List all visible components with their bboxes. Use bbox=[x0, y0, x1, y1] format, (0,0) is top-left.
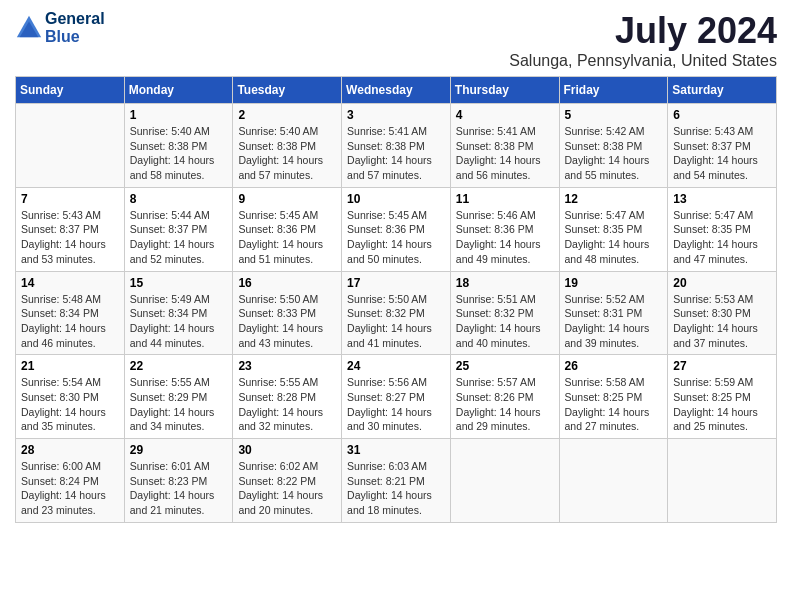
day-number: 30 bbox=[238, 443, 336, 457]
calendar-cell: 9Sunrise: 5:45 AMSunset: 8:36 PMDaylight… bbox=[233, 187, 342, 271]
day-number: 31 bbox=[347, 443, 445, 457]
day-info: Sunrise: 5:57 AMSunset: 8:26 PMDaylight:… bbox=[456, 375, 554, 434]
day-number: 19 bbox=[565, 276, 663, 290]
day-number: 8 bbox=[130, 192, 228, 206]
calendar-cell: 27Sunrise: 5:59 AMSunset: 8:25 PMDayligh… bbox=[668, 355, 777, 439]
day-number: 14 bbox=[21, 276, 119, 290]
calendar-cell: 10Sunrise: 5:45 AMSunset: 8:36 PMDayligh… bbox=[342, 187, 451, 271]
day-number: 13 bbox=[673, 192, 771, 206]
day-info: Sunrise: 5:43 AMSunset: 8:37 PMDaylight:… bbox=[21, 208, 119, 267]
day-info: Sunrise: 5:54 AMSunset: 8:30 PMDaylight:… bbox=[21, 375, 119, 434]
day-number: 27 bbox=[673, 359, 771, 373]
week-row-3: 14Sunrise: 5:48 AMSunset: 8:34 PMDayligh… bbox=[16, 271, 777, 355]
day-number: 15 bbox=[130, 276, 228, 290]
day-info: Sunrise: 5:40 AMSunset: 8:38 PMDaylight:… bbox=[238, 124, 336, 183]
calendar-cell: 5Sunrise: 5:42 AMSunset: 8:38 PMDaylight… bbox=[559, 104, 668, 188]
day-info: Sunrise: 6:01 AMSunset: 8:23 PMDaylight:… bbox=[130, 459, 228, 518]
day-number: 7 bbox=[21, 192, 119, 206]
logo-text: General Blue bbox=[45, 10, 105, 47]
calendar-cell: 13Sunrise: 5:47 AMSunset: 8:35 PMDayligh… bbox=[668, 187, 777, 271]
day-info: Sunrise: 5:55 AMSunset: 8:28 PMDaylight:… bbox=[238, 375, 336, 434]
day-number: 21 bbox=[21, 359, 119, 373]
calendar-cell: 14Sunrise: 5:48 AMSunset: 8:34 PMDayligh… bbox=[16, 271, 125, 355]
calendar-title: July 2024 bbox=[509, 10, 777, 52]
day-info: Sunrise: 6:00 AMSunset: 8:24 PMDaylight:… bbox=[21, 459, 119, 518]
day-info: Sunrise: 5:47 AMSunset: 8:35 PMDaylight:… bbox=[565, 208, 663, 267]
calendar-cell: 12Sunrise: 5:47 AMSunset: 8:35 PMDayligh… bbox=[559, 187, 668, 271]
calendar-cell: 18Sunrise: 5:51 AMSunset: 8:32 PMDayligh… bbox=[450, 271, 559, 355]
day-info: Sunrise: 5:51 AMSunset: 8:32 PMDaylight:… bbox=[456, 292, 554, 351]
day-number: 23 bbox=[238, 359, 336, 373]
day-info: Sunrise: 5:45 AMSunset: 8:36 PMDaylight:… bbox=[347, 208, 445, 267]
week-row-4: 21Sunrise: 5:54 AMSunset: 8:30 PMDayligh… bbox=[16, 355, 777, 439]
logo-icon bbox=[15, 14, 43, 42]
day-number: 3 bbox=[347, 108, 445, 122]
day-info: Sunrise: 6:03 AMSunset: 8:21 PMDaylight:… bbox=[347, 459, 445, 518]
calendar-cell: 15Sunrise: 5:49 AMSunset: 8:34 PMDayligh… bbox=[124, 271, 233, 355]
day-number: 9 bbox=[238, 192, 336, 206]
calendar-cell bbox=[668, 439, 777, 523]
day-info: Sunrise: 5:53 AMSunset: 8:30 PMDaylight:… bbox=[673, 292, 771, 351]
day-number: 18 bbox=[456, 276, 554, 290]
calendar-cell: 21Sunrise: 5:54 AMSunset: 8:30 PMDayligh… bbox=[16, 355, 125, 439]
day-number: 24 bbox=[347, 359, 445, 373]
calendar-cell: 11Sunrise: 5:46 AMSunset: 8:36 PMDayligh… bbox=[450, 187, 559, 271]
calendar-cell: 8Sunrise: 5:44 AMSunset: 8:37 PMDaylight… bbox=[124, 187, 233, 271]
day-info: Sunrise: 5:52 AMSunset: 8:31 PMDaylight:… bbox=[565, 292, 663, 351]
day-number: 25 bbox=[456, 359, 554, 373]
header-day-tuesday: Tuesday bbox=[233, 77, 342, 104]
calendar-cell: 28Sunrise: 6:00 AMSunset: 8:24 PMDayligh… bbox=[16, 439, 125, 523]
calendar-cell bbox=[450, 439, 559, 523]
day-info: Sunrise: 5:49 AMSunset: 8:34 PMDaylight:… bbox=[130, 292, 228, 351]
day-info: Sunrise: 5:59 AMSunset: 8:25 PMDaylight:… bbox=[673, 375, 771, 434]
day-info: Sunrise: 5:42 AMSunset: 8:38 PMDaylight:… bbox=[565, 124, 663, 183]
day-info: Sunrise: 5:50 AMSunset: 8:33 PMDaylight:… bbox=[238, 292, 336, 351]
day-number: 16 bbox=[238, 276, 336, 290]
header-day-wednesday: Wednesday bbox=[342, 77, 451, 104]
week-row-1: 1Sunrise: 5:40 AMSunset: 8:38 PMDaylight… bbox=[16, 104, 777, 188]
calendar-header-row: SundayMondayTuesdayWednesdayThursdayFrid… bbox=[16, 77, 777, 104]
header-day-friday: Friday bbox=[559, 77, 668, 104]
day-number: 11 bbox=[456, 192, 554, 206]
header: General Blue July 2024 Salunga, Pennsylv… bbox=[15, 10, 777, 70]
calendar-cell: 31Sunrise: 6:03 AMSunset: 8:21 PMDayligh… bbox=[342, 439, 451, 523]
calendar-cell: 20Sunrise: 5:53 AMSunset: 8:30 PMDayligh… bbox=[668, 271, 777, 355]
header-day-sunday: Sunday bbox=[16, 77, 125, 104]
day-number: 22 bbox=[130, 359, 228, 373]
day-info: Sunrise: 5:43 AMSunset: 8:37 PMDaylight:… bbox=[673, 124, 771, 183]
week-row-2: 7Sunrise: 5:43 AMSunset: 8:37 PMDaylight… bbox=[16, 187, 777, 271]
header-day-monday: Monday bbox=[124, 77, 233, 104]
day-info: Sunrise: 5:55 AMSunset: 8:29 PMDaylight:… bbox=[130, 375, 228, 434]
day-number: 12 bbox=[565, 192, 663, 206]
day-info: Sunrise: 5:40 AMSunset: 8:38 PMDaylight:… bbox=[130, 124, 228, 183]
day-number: 10 bbox=[347, 192, 445, 206]
calendar-cell: 23Sunrise: 5:55 AMSunset: 8:28 PMDayligh… bbox=[233, 355, 342, 439]
calendar-cell: 4Sunrise: 5:41 AMSunset: 8:38 PMDaylight… bbox=[450, 104, 559, 188]
day-number: 4 bbox=[456, 108, 554, 122]
header-day-saturday: Saturday bbox=[668, 77, 777, 104]
day-info: Sunrise: 5:58 AMSunset: 8:25 PMDaylight:… bbox=[565, 375, 663, 434]
calendar-cell: 29Sunrise: 6:01 AMSunset: 8:23 PMDayligh… bbox=[124, 439, 233, 523]
day-number: 1 bbox=[130, 108, 228, 122]
day-number: 29 bbox=[130, 443, 228, 457]
calendar-cell: 3Sunrise: 5:41 AMSunset: 8:38 PMDaylight… bbox=[342, 104, 451, 188]
day-info: Sunrise: 5:41 AMSunset: 8:38 PMDaylight:… bbox=[456, 124, 554, 183]
day-info: Sunrise: 5:56 AMSunset: 8:27 PMDaylight:… bbox=[347, 375, 445, 434]
calendar-body: 1Sunrise: 5:40 AMSunset: 8:38 PMDaylight… bbox=[16, 104, 777, 523]
calendar-cell: 1Sunrise: 5:40 AMSunset: 8:38 PMDaylight… bbox=[124, 104, 233, 188]
calendar-cell: 25Sunrise: 5:57 AMSunset: 8:26 PMDayligh… bbox=[450, 355, 559, 439]
day-number: 17 bbox=[347, 276, 445, 290]
day-number: 5 bbox=[565, 108, 663, 122]
calendar-cell bbox=[559, 439, 668, 523]
calendar-table: SundayMondayTuesdayWednesdayThursdayFrid… bbox=[15, 76, 777, 523]
day-info: Sunrise: 5:44 AMSunset: 8:37 PMDaylight:… bbox=[130, 208, 228, 267]
day-info: Sunrise: 5:45 AMSunset: 8:36 PMDaylight:… bbox=[238, 208, 336, 267]
day-info: Sunrise: 5:41 AMSunset: 8:38 PMDaylight:… bbox=[347, 124, 445, 183]
week-row-5: 28Sunrise: 6:00 AMSunset: 8:24 PMDayligh… bbox=[16, 439, 777, 523]
day-info: Sunrise: 5:48 AMSunset: 8:34 PMDaylight:… bbox=[21, 292, 119, 351]
calendar-cell: 17Sunrise: 5:50 AMSunset: 8:32 PMDayligh… bbox=[342, 271, 451, 355]
calendar-subtitle: Salunga, Pennsylvania, United States bbox=[509, 52, 777, 70]
calendar-cell: 22Sunrise: 5:55 AMSunset: 8:29 PMDayligh… bbox=[124, 355, 233, 439]
day-info: Sunrise: 5:47 AMSunset: 8:35 PMDaylight:… bbox=[673, 208, 771, 267]
title-area: July 2024 Salunga, Pennsylvania, United … bbox=[509, 10, 777, 70]
